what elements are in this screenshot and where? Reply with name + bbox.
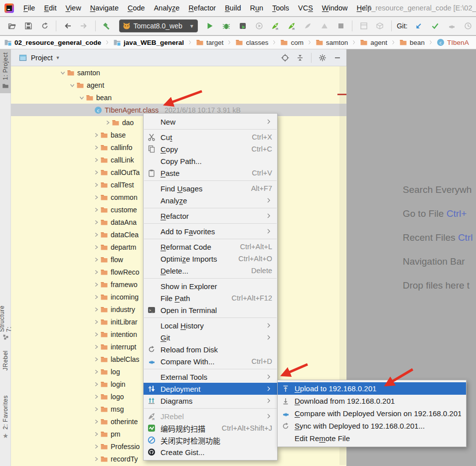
menubar-item-view[interactable]: View — [61, 0, 85, 16]
menu-item-show-in-explorer[interactable]: Show in Explorer — [144, 280, 277, 292]
menu-item-open-in-terminal[interactable]: >_Open in Terminal — [144, 304, 277, 316]
chevron-right-icon[interactable] — [92, 169, 100, 176]
run-button[interactable] — [203, 19, 217, 32]
collapse-all-button[interactable] — [296, 54, 304, 62]
breadcrumb-item-tibena[interactable]: cTIbenA — [437, 38, 469, 46]
menu-item-copy[interactable]: CopyCtrl+C — [144, 143, 277, 155]
run-configuration-select[interactable]: Tomcat8.0_web▼ — [119, 19, 198, 32]
tool-window-tab-jrebel[interactable]: JRebel — [0, 347, 11, 389]
chevron-right-icon[interactable] — [92, 443, 100, 450]
menubar-item-tools[interactable]: Tools — [268, 0, 294, 16]
tree-item-bean[interactable]: bean — [11, 91, 346, 104]
chevron-right-icon[interactable] — [92, 318, 100, 325]
menu-item-编码规约扫描[interactable]: 编码规约扫描Ctrl+Alt+Shift+J — [144, 422, 277, 434]
menu-item-paste[interactable]: PasteCtrl+V — [144, 167, 277, 179]
git-rollback-button[interactable] — [444, 19, 459, 32]
menubar-item-vcs[interactable]: VCS — [294, 0, 317, 16]
stop-button[interactable] — [333, 19, 348, 32]
menu-item-关闭实时检测功能[interactable]: 关闭实时检测功能 — [144, 434, 277, 446]
menubar-item-file[interactable]: File — [19, 0, 39, 16]
tree-item-agent[interactable]: agent — [11, 79, 346, 91]
menu-item-external-tools[interactable]: External Tools — [144, 371, 277, 383]
menu-item-git[interactable]: Git — [144, 331, 277, 343]
chevron-right-icon[interactable] — [92, 356, 100, 363]
menu-item-delete[interactable]: Delete...Delete — [144, 265, 277, 277]
chevron-down-icon[interactable] — [78, 94, 85, 101]
chevron-down-icon[interactable] — [59, 69, 66, 76]
history-button[interactable] — [461, 19, 475, 32]
chevron-right-icon[interactable] — [92, 368, 100, 375]
layout-button[interactable] — [356, 19, 371, 32]
breadcrumb-item-classes[interactable]: classes — [235, 38, 268, 46]
chevron-right-icon[interactable] — [92, 256, 100, 263]
chevron-right-icon[interactable] — [92, 431, 100, 438]
git-update-button[interactable] — [412, 19, 426, 32]
menubar-item-navigate[interactable]: Navigate — [86, 0, 123, 16]
breadcrumb-item-samton[interactable]: samton — [316, 38, 348, 46]
menu-item-edit-remote-file[interactable]: Edit Remote File — [278, 432, 466, 445]
menu-item-new[interactable]: New — [144, 116, 277, 128]
jrebel-debug-button[interactable]: JR — [285, 19, 299, 32]
breadcrumb-item-agent[interactable]: agent — [360, 38, 387, 46]
hide-button[interactable] — [333, 54, 341, 62]
menu-item-reformat-code[interactable]: Reformat CodeCtrl+Alt+L — [144, 241, 277, 253]
menu-item-refactor[interactable]: Refactor — [144, 210, 277, 222]
profiler-button[interactable] — [252, 19, 266, 32]
menu-item-local-history[interactable]: Local History — [144, 319, 277, 331]
breadcrumb-item-target[interactable]: target — [196, 38, 224, 46]
chevron-right-icon[interactable] — [92, 406, 100, 413]
breadcrumb-item-com[interactable]: com — [280, 38, 304, 46]
menu-item-download-from-1921680201[interactable]: Download from 192.168.0.201 — [278, 395, 466, 407]
breadcrumb-item-02_resource_general_code[interactable]: 02_resource_general_code — [4, 38, 101, 46]
menubar-item-refactor[interactable]: Refactor — [184, 0, 220, 16]
back-button[interactable] — [60, 19, 75, 32]
menubar-item-build[interactable]: Build — [220, 0, 245, 16]
menu-item-file-path[interactable]: File PathCtrl+Alt+F12 — [144, 292, 277, 304]
menu-item-optimize-imports[interactable]: Optimize ImportsCtrl+Alt+O — [144, 253, 277, 265]
menubar-item-window[interactable]: Window — [317, 0, 352, 16]
menu-item-find-usages[interactable]: Find UsagesAlt+F7 — [144, 182, 277, 194]
chevron-right-icon[interactable] — [92, 343, 100, 350]
chevron-right-icon[interactable] — [92, 281, 100, 288]
settings-button[interactable] — [318, 54, 326, 62]
breadcrumb-item-java_web_general[interactable]: java_WEB_general — [113, 38, 184, 46]
chevron-right-icon[interactable] — [92, 294, 100, 301]
build-artifact-button[interactable] — [373, 19, 387, 32]
forward-button[interactable] — [77, 19, 91, 32]
chevron-right-icon[interactable] — [92, 456, 100, 463]
menu-item-cut[interactable]: CutCtrl+X — [144, 131, 277, 143]
dump-button[interactable] — [317, 19, 332, 32]
menu-item-reload-from-disk[interactable]: Reload from Disk — [144, 343, 277, 355]
chevron-right-icon[interactable] — [104, 119, 111, 126]
chevron-right-icon[interactable] — [92, 393, 100, 400]
chevron-right-icon[interactable] — [92, 194, 100, 201]
chevron-right-icon[interactable] — [92, 306, 100, 313]
breadcrumb-item-bean[interactable]: bean — [399, 38, 425, 46]
tool-window-tab-1project[interactable]: 1: Project — [0, 49, 11, 93]
tool-window-tab-7structure[interactable]: 7: Structure — [0, 296, 11, 343]
menu-item-compare-with-deployed-version-on-1921680201[interactable]: Compare with Deployed Version on 192.168… — [278, 407, 466, 420]
chevron-right-icon[interactable] — [92, 418, 100, 425]
tree-item-samton[interactable]: samton — [11, 66, 346, 79]
chevron-down-icon[interactable] — [68, 82, 76, 89]
chevron-right-icon[interactable] — [92, 181, 100, 188]
menubar-item-edit[interactable]: Edit — [39, 0, 61, 16]
chevron-down-icon[interactable]: ▼ — [56, 55, 60, 60]
save-all-button[interactable] — [21, 19, 36, 32]
menu-item-copy-path[interactable]: Copy Path... — [144, 155, 277, 167]
chevron-right-icon[interactable] — [92, 331, 100, 338]
attach-button[interactable] — [301, 19, 316, 32]
menu-item-analyze[interactable]: Analyze — [144, 194, 277, 206]
run-with-coverage-button[interactable] — [235, 19, 250, 32]
menu-item-upload-to-1921680201[interactable]: Upload to 192.168.0.201 — [278, 382, 466, 395]
chevron-right-icon[interactable] — [92, 132, 100, 139]
chevron-right-icon[interactable] — [92, 144, 100, 151]
locate-button[interactable] — [281, 54, 289, 62]
menu-item-add-to-favorites[interactable]: Add to Favorites — [144, 225, 277, 237]
menubar-item-run[interactable]: Run — [245, 0, 268, 16]
debug-button[interactable] — [219, 19, 234, 32]
build-button[interactable] — [100, 19, 114, 32]
chevron-right-icon[interactable] — [92, 231, 100, 238]
open-button[interactable] — [5, 19, 19, 32]
jrebel-run-button[interactable]: JR — [268, 19, 283, 32]
